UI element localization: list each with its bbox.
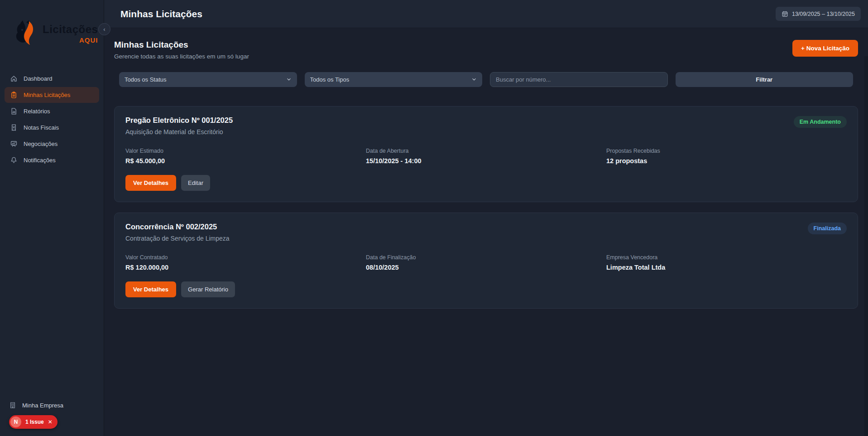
field-value: 12 propostas xyxy=(606,157,847,165)
report-document-icon xyxy=(10,107,18,115)
brand-text: Licitações AQUI xyxy=(43,23,98,44)
field-data-abertura: Data de Abertura 15/10/2025 - 14:00 xyxy=(366,148,606,165)
nova-licitacao-button[interactable]: + Nova Licitação xyxy=(792,40,858,57)
field-propostas-recebidas: Propostas Recebidas 12 propostas xyxy=(606,148,847,165)
field-data-finalizacao: Data de Finalização 08/10/2025 xyxy=(366,254,606,271)
field-value: Limpeza Total Ltda xyxy=(606,264,847,271)
app-root: Licitações AQUI Dashboard Minhas Licitaç… xyxy=(0,0,868,436)
sidebar-item-minha-empresa[interactable]: Minha Empresa xyxy=(9,402,96,409)
card-subtitle: Aquisição de Material de Escritório xyxy=(125,128,233,136)
lion-logo-icon xyxy=(14,18,39,49)
field-label: Valor Estimado xyxy=(125,148,366,154)
sidebar-item-label: Minhas Licitações xyxy=(24,92,70,98)
company-label: Minha Empresa xyxy=(22,402,63,409)
content-area: Minhas Licitações Gerencie todas as suas… xyxy=(104,28,868,436)
status-badge: Finalizada xyxy=(808,223,847,234)
receipt-icon xyxy=(10,124,18,131)
clipboard-icon xyxy=(10,91,18,99)
filter-button[interactable]: Filtrar xyxy=(676,72,854,87)
field-label: Data de Finalização xyxy=(366,254,606,261)
card-fields: Valor Contratado R$ 120.000,00 Data de F… xyxy=(125,254,847,271)
building-icon xyxy=(9,402,16,409)
status-filter-select[interactable]: Todos os Status xyxy=(119,72,297,87)
type-filter-select[interactable]: Todos os Tipos xyxy=(305,72,483,87)
sidebar-item-label: Negociações xyxy=(24,140,58,147)
issue-avatar: N xyxy=(10,417,21,427)
field-value: 15/10/2025 - 14:00 xyxy=(366,157,606,165)
page-head-text: Minhas Licitações Gerencie todas as suas… xyxy=(114,40,249,60)
field-empresa-vencedora: Empresa Vencedora Limpeza Total Ltda xyxy=(606,254,847,271)
field-label: Empresa Vencedora xyxy=(606,254,847,261)
gerar-relatorio-button[interactable]: Gerar Relatório xyxy=(181,281,235,297)
field-value: R$ 45.000,00 xyxy=(125,157,366,165)
brand-logo: Licitações AQUI xyxy=(0,0,104,67)
scrollbar-gutter[interactable] xyxy=(864,56,868,436)
status-filter-wrap: Todos os Status xyxy=(119,72,297,87)
ver-detalhes-button[interactable]: Ver Detalhes xyxy=(125,175,176,191)
field-label: Valor Contratado xyxy=(125,254,366,261)
main-area: Minhas Licitações 13/09/2025 – 13/10/202… xyxy=(104,0,868,436)
page-title: Minhas Licitações xyxy=(114,40,249,50)
card-title: Pregão Eletrônico Nº 001/2025 xyxy=(125,116,233,125)
card-subtitle: Contratação de Serviços de Limpeza xyxy=(125,235,230,242)
sidebar-item-negociacoes[interactable]: Negociações xyxy=(5,136,99,152)
sidebar-collapse-button[interactable]: ‹ xyxy=(98,23,110,35)
licitacao-card-002: Concorrência Nº 002/2025 Contratação de … xyxy=(114,213,858,309)
calendar-icon xyxy=(782,10,788,17)
filter-bar: Todos os Status Todos os Tipos Filtrar xyxy=(114,72,858,87)
field-valor-estimado: Valor Estimado R$ 45.000,00 xyxy=(125,148,366,165)
field-label: Data de Abertura xyxy=(366,148,606,154)
sidebar-item-dashboard[interactable]: Dashboard xyxy=(5,71,99,87)
field-value: R$ 120.000,00 xyxy=(125,264,366,271)
close-icon[interactable]: ✕ xyxy=(48,419,53,425)
card-actions: Ver Detalhes Editar xyxy=(125,175,847,191)
card-head: Pregão Eletrônico Nº 001/2025 Aquisição … xyxy=(125,116,847,136)
card-head-text: Pregão Eletrônico Nº 001/2025 Aquisição … xyxy=(125,116,233,136)
field-label: Propostas Recebidas xyxy=(606,148,847,154)
editar-button[interactable]: Editar xyxy=(181,175,210,191)
date-range-label: 13/09/2025 – 13/10/2025 xyxy=(792,11,855,17)
date-range-picker[interactable]: 13/09/2025 – 13/10/2025 xyxy=(776,7,861,21)
header-title: Minhas Licitações xyxy=(120,9,202,19)
sidebar-item-minhas-licitacoes[interactable]: Minhas Licitações xyxy=(5,87,99,103)
issue-count-label: 1 Issue xyxy=(25,419,44,425)
presentation-chart-icon xyxy=(10,140,18,148)
card-actions: Ver Detalhes Gerar Relatório xyxy=(125,281,847,297)
card-title: Concorrência Nº 002/2025 xyxy=(125,223,230,231)
brand-title: Licitações xyxy=(43,23,98,36)
field-valor-contratado: Valor Contratado R$ 120.000,00 xyxy=(125,254,366,271)
card-fields: Valor Estimado R$ 45.000,00 Data de Aber… xyxy=(125,148,847,165)
card-head-text: Concorrência Nº 002/2025 Contratação de … xyxy=(125,223,230,242)
sidebar-item-notas-fiscais[interactable]: Notas Fiscais xyxy=(5,120,99,136)
licitacao-card-001: Pregão Eletrônico Nº 001/2025 Aquisição … xyxy=(114,106,858,202)
ver-detalhes-button[interactable]: Ver Detalhes xyxy=(125,281,176,297)
sidebar-item-label: Notas Fiscais xyxy=(24,124,59,131)
home-icon xyxy=(10,75,18,82)
issue-badge[interactable]: N 1 Issue ✕ xyxy=(9,415,58,429)
status-badge: Em Andamento xyxy=(794,116,847,128)
sidebar-item-label: Notificações xyxy=(24,157,56,164)
card-head: Concorrência Nº 002/2025 Contratação de … xyxy=(125,223,847,242)
field-value: 08/10/2025 xyxy=(366,264,606,271)
sidebar-item-notificacoes[interactable]: Notificações xyxy=(5,152,99,168)
brand-subtitle: AQUI xyxy=(79,36,98,44)
sidebar-nav: Dashboard Minhas Licitações Relatórios N… xyxy=(0,67,104,172)
search-input[interactable] xyxy=(490,72,668,87)
page-head: Minhas Licitações Gerencie todas as suas… xyxy=(114,40,858,60)
page-subtitle: Gerencie todas as suas licitações em um … xyxy=(114,53,249,60)
sidebar-item-relatorios[interactable]: Relatórios xyxy=(5,103,99,119)
bell-icon xyxy=(10,156,18,164)
sidebar: Licitações AQUI Dashboard Minhas Licitaç… xyxy=(0,0,104,436)
sidebar-footer: Minha Empresa N 1 Issue ✕ xyxy=(0,397,104,436)
top-header: Minhas Licitações 13/09/2025 – 13/10/202… xyxy=(104,0,868,28)
chevron-left-icon: ‹ xyxy=(103,26,105,33)
type-filter-wrap: Todos os Tipos xyxy=(305,72,483,87)
sidebar-item-label: Relatórios xyxy=(24,108,50,115)
sidebar-item-label: Dashboard xyxy=(24,75,53,82)
